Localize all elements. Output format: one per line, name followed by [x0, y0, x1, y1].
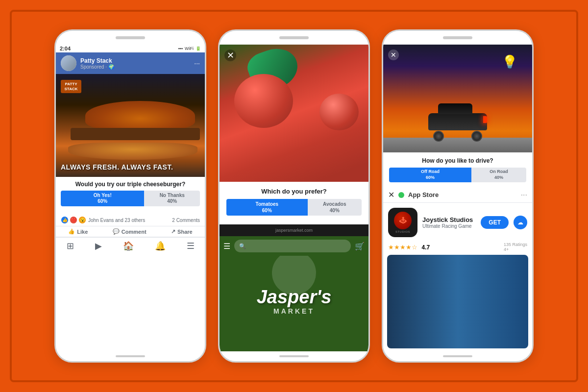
phone-home-indicator-2 — [279, 355, 309, 357]
phone-top-bar-2 — [220, 31, 368, 45]
fb-share-icon: ↗ — [171, 228, 175, 235]
fb-share-label: Share — [177, 229, 193, 235]
jasper-logo-text: Jasper's — [257, 288, 332, 306]
racing-onroad-label: On Road — [490, 169, 508, 175]
patty-logo-line2: STACK — [64, 87, 78, 92]
phone-screen-2: ✕ Which do you prefer? Tomatoes 60% Avoc… — [220, 45, 368, 351]
phone-home-indicator-3 — [443, 355, 472, 357]
app-rating-row: ★★★★☆ 4.7 135 Ratings 4+ — [383, 242, 532, 255]
fb-comment-icon: 💬 — [113, 228, 120, 235]
phone-top-bar-3 — [383, 31, 532, 45]
fb-video-nav-icon[interactable]: ▶ — [95, 241, 102, 251]
racing-offroad-label: Off Road — [421, 169, 440, 175]
racing-close-button[interactable]: ✕ — [388, 49, 399, 60]
car-body — [428, 113, 487, 130]
phone-home-indicator-1 — [116, 355, 145, 357]
app-rating-right: 135 Ratings 4+ — [504, 242, 527, 252]
jasper-search-box[interactable]: 🔍 — [234, 240, 351, 252]
phone-2: ✕ Which do you prefer? Tomatoes 60% Avoc… — [218, 29, 370, 363]
phone-screen-3: 💡 ✕ How do you like to drive? Off Road 6… — [383, 45, 532, 351]
fb-reaction-left: 👍 ❤️ 😮 John Evans and 23 others — [61, 216, 145, 224]
fb-comment-label: Comment — [122, 229, 147, 235]
racing-poll-overlay: How do you like to drive? Off Road 60% O… — [383, 152, 532, 187]
jasper-avocados-label: Avocados — [323, 201, 346, 207]
fb-more-icon[interactable]: ··· — [194, 59, 200, 67]
app-cloud-button[interactable]: ☁ — [514, 216, 527, 229]
phone-bottom-bar-3 — [383, 351, 532, 361]
racing-poll-onroad[interactable]: On Road 40% — [471, 168, 526, 182]
fb-wow-reaction: 😮 — [78, 216, 86, 224]
fb-home-nav-icon[interactable]: ⊞ — [67, 241, 74, 251]
jasper-menu-icon[interactable]: ☰ — [223, 242, 230, 251]
fb-bell-nav-icon[interactable]: 🔔 — [155, 241, 166, 251]
fb-question-section: Would you try our triple cheeseburger? O… — [56, 177, 205, 214]
fb-share-button[interactable]: ↗ Share — [171, 228, 193, 235]
fb-like-icon: 👍 — [68, 228, 75, 235]
racing-offroad-pct: 60% — [426, 175, 435, 181]
tomato-big — [234, 74, 293, 128]
appstore-more-icon[interactable]: ··· — [521, 191, 527, 199]
app-name: Joystick Studios — [422, 216, 476, 223]
jasper-search-icon: 🔍 — [239, 243, 246, 249]
app-age-label: 4+ — [504, 247, 527, 252]
jasper-poll-avocados[interactable]: Avocados 40% — [308, 199, 362, 216]
jasper-poll-bar[interactable]: Tomatoes 60% Avocados 40% — [226, 199, 362, 216]
app-subtitle: Ultimate Racing Game — [422, 223, 476, 229]
jasper-store-section: Jasper's MARKET — [220, 256, 368, 351]
fb-market-nav-icon[interactable]: 🏠 — [123, 241, 134, 251]
jasper-website-bar: jaspersmarket.com — [220, 224, 368, 236]
patty-logo-line1: PATTY — [64, 82, 78, 87]
fb-like-button[interactable]: 👍 Like — [68, 228, 88, 235]
jasper-poll-question: Which do you prefer? — [226, 188, 362, 195]
car-wheel-right — [471, 131, 482, 142]
signal-icon: ▪▪▪ — [178, 46, 183, 51]
car-roof — [438, 103, 472, 114]
appstore-close-icon[interactable]: ✕ — [388, 190, 394, 199]
jasper-tomatoes-label: Tomatoes — [256, 201, 279, 207]
fb-actions: 👍 Like 💬 Comment ↗ Share — [56, 226, 205, 237]
jasper-poll-overlay: Which do you prefer? Tomatoes 60% Avocad… — [220, 182, 368, 224]
app-preview-strip — [387, 255, 528, 348]
fb-comment-button[interactable]: 💬 Comment — [113, 228, 147, 235]
fb-status-time: 2:04 — [60, 46, 71, 51]
fb-nav-bar: Patty Stack Sponsored · 🌍 ··· — [56, 52, 205, 74]
phone-bottom-bar-1 — [56, 351, 205, 361]
phone-speaker-3 — [443, 36, 472, 39]
app-rating-left: ★★★★☆ 4.7 — [388, 243, 430, 251]
fb-poll-no[interactable]: No Thanks 40% — [144, 191, 200, 206]
fb-heart-reaction: ❤️ — [70, 216, 77, 224]
appstore-app-row: 🕹 STUDIOS Joystick Studios Ultimate Raci… — [383, 203, 532, 242]
racing-poll-offroad[interactable]: Off Road 60% — [389, 168, 471, 182]
appstore-logo-dot — [398, 192, 404, 198]
jasper-avocados-pct: 40% — [330, 207, 340, 214]
phone-speaker-1 — [116, 36, 145, 39]
jasper-tomato-image: ✕ — [220, 45, 368, 182]
fb-poll-no-label: No Thanks — [160, 193, 185, 198]
fb-burger-image: PATTY STACK ALWAYS FRESH. ALWAYS FAST. — [56, 74, 205, 177]
app-info: Joystick Studios Ultimate Racing Game — [422, 216, 476, 229]
fb-sponsored: Sponsored · 🌍 — [80, 64, 190, 70]
racing-poll-bar[interactable]: Off Road 60% On Road 40% — [389, 168, 526, 182]
jasper-cart-icon[interactable]: 🛒 — [355, 242, 365, 251]
fb-patty-logo: PATTY STACK — [61, 80, 81, 93]
wifi-icon: WiFi — [185, 46, 194, 51]
fb-poll-no-pct: 40% — [167, 198, 177, 204]
car-wheel-left — [433, 131, 444, 142]
jasper-close-button[interactable]: ✕ — [224, 49, 236, 61]
fb-poll-bar[interactable]: Oh Yes! 60% No Thanks 40% — [61, 191, 200, 206]
fb-menu-nav-icon[interactable]: ☰ — [187, 241, 195, 251]
racing-onroad-pct: 40% — [494, 175, 503, 181]
phone-screen-1: 2:04 ▪▪▪ WiFi 🔋 Patty Stack Sponsored · … — [56, 45, 205, 351]
main-container: 2:04 ▪▪▪ WiFi 🔋 Patty Stack Sponsored · … — [10, 10, 578, 382]
jasper-poll-tomatoes[interactable]: Tomatoes 60% — [226, 199, 308, 216]
racing-story: 💡 ✕ How do you like to drive? Off Road 6… — [383, 45, 532, 351]
jasper-website-url: jaspersmarket.com — [275, 228, 313, 233]
app-get-button[interactable]: GET — [481, 216, 509, 229]
jasper-tomatoes-pct: 60% — [262, 207, 272, 214]
fb-like-reaction: 👍 — [61, 216, 69, 224]
fb-poll-yes[interactable]: Oh Yes! 60% — [61, 191, 144, 206]
phone-bottom-bar-2 — [220, 351, 368, 361]
racing-road — [383, 138, 532, 152]
fb-burger-overlay: PATTY STACK ALWAYS FRESH. ALWAYS FAST. — [56, 74, 205, 177]
fb-poll-yes-label: Oh Yes! — [94, 193, 112, 198]
